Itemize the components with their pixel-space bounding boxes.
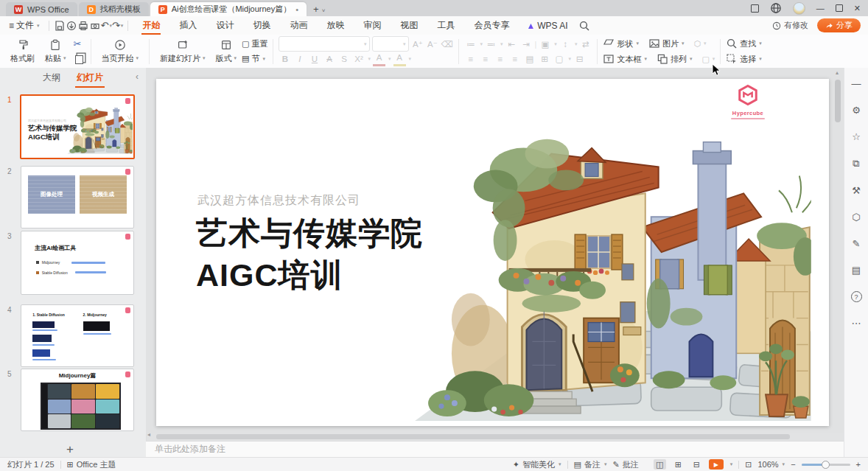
more-icon[interactable]: ⋯ xyxy=(852,318,861,329)
copy-button[interactable] xyxy=(74,53,83,65)
italic-button[interactable]: I xyxy=(293,52,306,65)
justify-button[interactable]: ≡ xyxy=(508,52,521,65)
fit-to-window-button[interactable]: ⊡ xyxy=(745,460,752,470)
tools-icon[interactable]: ⚒ xyxy=(852,185,861,196)
fill-color-button[interactable]: ⬡▾ xyxy=(693,38,706,49)
slide-title-line2[interactable]: AIGC培训 xyxy=(196,254,423,296)
slide-thumbnail-3[interactable]: 主流AI绘画工具 Midjourney Stable Diffusion xyxy=(21,231,134,295)
align-center-button[interactable]: ≡ xyxy=(479,52,491,65)
export-icon[interactable] xyxy=(66,20,77,32)
file-menu[interactable]: ≡ 文件 ▾ xyxy=(4,19,44,32)
print-preview-icon[interactable] xyxy=(89,20,101,32)
text-fit-button[interactable]: ⊟ xyxy=(573,52,586,65)
increase-indent-button[interactable]: ⇥ xyxy=(520,38,533,50)
help-icon[interactable]: ? xyxy=(851,291,862,302)
app-tab-docer[interactable]: D 找稻壳模板 xyxy=(79,2,149,16)
favorites-star-icon[interactable]: ☆ xyxy=(852,131,861,142)
text-direction-button[interactable]: ▣ xyxy=(539,38,551,50)
reset-button[interactable]: ▢重置 xyxy=(242,38,267,50)
font-family-select[interactable]: ▾ xyxy=(279,36,370,52)
undo-icon[interactable]: ↶ xyxy=(101,20,109,31)
minimize-button[interactable]: — xyxy=(816,4,825,13)
paste-button[interactable]: 粘贴▾ xyxy=(40,37,71,66)
decrease-indent-button[interactable]: ⇤ xyxy=(505,38,518,50)
company-name-text[interactable]: 武汉超方体信息技术有限公司 xyxy=(197,193,360,209)
line-spacing-button[interactable]: ↕ xyxy=(559,38,572,50)
redo-icon[interactable]: ↷ xyxy=(112,20,120,31)
collapse-panel-icon[interactable]: ‹ xyxy=(136,71,139,82)
arrange-button[interactable]: 排列▾ xyxy=(657,53,693,65)
align-left-button[interactable]: ≡ xyxy=(464,52,477,65)
new-tab-button[interactable]: + xyxy=(313,4,319,15)
align-right-button[interactable]: ≡ xyxy=(494,52,506,65)
layout-button[interactable]: 版式▾ xyxy=(211,37,242,66)
tab-list-chevron-icon[interactable]: ˅ xyxy=(322,7,326,14)
pin-window-icon[interactable] xyxy=(751,4,759,13)
section-button[interactable]: ▤节▾ xyxy=(242,53,267,65)
numbering-button[interactable]: ≕ xyxy=(485,38,497,50)
vertical-scrollbar[interactable]: ▴ xyxy=(835,71,841,430)
slide-thumbnail-2[interactable]: 图像处理 视频生成 xyxy=(21,166,134,228)
columns-button[interactable]: ⊞ xyxy=(538,52,550,65)
shrink-font-button[interactable]: A⁻ xyxy=(426,38,438,50)
user-avatar[interactable] xyxy=(793,2,805,15)
slideshow-play-button[interactable]: ▶ xyxy=(709,459,724,470)
hide-sidebar-icon[interactable]: — xyxy=(852,78,861,89)
tab-insert[interactable]: 插入 xyxy=(169,16,206,35)
picture-button[interactable]: 图片▾ xyxy=(648,38,685,49)
smart-beautify-button[interactable]: ✦ 智能美化 ▾ xyxy=(513,459,561,470)
slide-thumbnail-5[interactable]: Midjourney篇 xyxy=(21,369,134,431)
close-button[interactable]: ✕ xyxy=(854,4,861,13)
share-button[interactable]: 分享 xyxy=(817,18,861,32)
tab-member[interactable]: 会员专享 xyxy=(464,16,519,35)
play-from-current-button[interactable]: 当页开始▾ xyxy=(97,37,144,66)
duplicate-icon[interactable]: ⧉ xyxy=(853,158,859,170)
select-button[interactable]: 选择▾ xyxy=(726,53,762,65)
slide-sorter-view-button[interactable]: ⊞ xyxy=(672,459,685,470)
caret-icon[interactable]: ▾ xyxy=(730,461,733,467)
slides-tab[interactable]: 幻灯片 xyxy=(77,71,103,84)
notes-bar[interactable]: 单击此处添加备注 xyxy=(146,441,844,457)
distribute-button[interactable]: ▤ xyxy=(523,52,536,65)
app-tab-document[interactable]: P Ai创意绘画课堂（Midjourney篇） • xyxy=(150,2,307,16)
shapes-button[interactable]: 形状▾ xyxy=(603,38,639,49)
search-icon[interactable] xyxy=(578,20,590,32)
slide-thumbnail-1[interactable]: 武汉超方体信息技术有限公司 艺术与传媒学院 AIGC培训 xyxy=(20,94,135,159)
signature-pen-icon[interactable]: ✎ xyxy=(853,238,861,249)
grow-font-button[interactable]: A⁺ xyxy=(411,38,424,50)
strikethrough-button[interactable]: A xyxy=(323,52,335,65)
maximize-button[interactable] xyxy=(836,4,843,12)
zoom-slider[interactable] xyxy=(802,464,850,466)
zoom-in-button[interactable]: + xyxy=(856,460,861,469)
skin-icon[interactable]: ⬡ xyxy=(852,212,860,223)
find-button[interactable]: 查找▾ xyxy=(726,38,762,49)
tab-tools[interactable]: 工具 xyxy=(427,16,464,35)
textbox-button[interactable]: 文本框▾ xyxy=(603,53,647,65)
tab-design[interactable]: 设计 xyxy=(206,16,243,35)
zoom-slider-knob[interactable] xyxy=(822,461,830,469)
scroll-left-icon[interactable]: ◂ xyxy=(147,431,150,438)
add-slide-button[interactable]: + xyxy=(66,442,74,457)
tab-animation[interactable]: 动画 xyxy=(280,16,317,35)
outline-tab[interactable]: 大纲 xyxy=(43,71,60,84)
format-painter-button[interactable]: 格式刷 xyxy=(5,37,40,66)
tab-slideshow[interactable]: 放映 xyxy=(317,16,354,35)
reading-view-button[interactable]: ⊟ xyxy=(690,459,703,470)
underline-button[interactable]: U xyxy=(308,52,321,65)
comments-button[interactable]: ✎ 批注 xyxy=(613,459,639,470)
horizontal-scroll-thumb[interactable] xyxy=(156,434,790,439)
new-slide-button[interactable]: 新建幻灯片▾ xyxy=(155,37,211,66)
normal-view-button[interactable]: ◫ xyxy=(654,459,666,470)
highlight-color-button[interactable]: A xyxy=(393,52,406,66)
cut-button[interactable]: ✂ xyxy=(74,38,83,50)
zoom-level[interactable]: 106% ▾ xyxy=(757,460,785,469)
slide-thumbnail-4[interactable]: 1. Stable Diffusion 2. Midjourney xyxy=(21,304,134,367)
tab-home[interactable]: 开始 xyxy=(133,16,169,35)
clear-format-icon[interactable]: ⌫ xyxy=(441,38,453,50)
convert-smartart-button[interactable]: ⇄ xyxy=(579,38,592,50)
horizontal-scrollbar[interactable]: ◂ xyxy=(146,433,844,440)
paragraph-settings-button[interactable]: ▢ xyxy=(553,52,565,65)
wps-ai-menu[interactable]: ▲ WPS AI xyxy=(522,21,572,31)
shadow-button[interactable]: S xyxy=(337,52,350,65)
scroll-up-icon[interactable]: ▴ xyxy=(836,69,839,76)
